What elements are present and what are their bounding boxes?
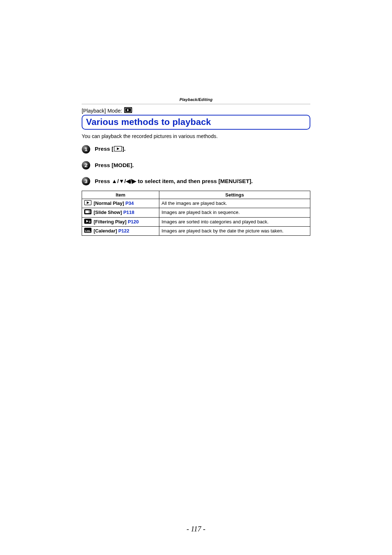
table-header-row: Item Settings — [82, 191, 310, 199]
manual-page: Playback/Editing [Playback] Mode: Variou… — [0, 0, 392, 555]
slide-show-icon — [84, 209, 91, 216]
step-number-1-icon: 1 — [82, 145, 90, 154]
settings-cell: Images are played back by the date the p… — [159, 226, 310, 235]
calendar-icon: CAL — [84, 228, 91, 234]
svg-rect-14 — [85, 210, 89, 213]
item-label: [Calendar] — [94, 228, 117, 234]
step-3-text: Press ▲/▼/◀/▶ to select item, and then p… — [95, 178, 253, 185]
page-title-box: Various methods to playback — [82, 115, 310, 130]
divider — [82, 104, 310, 104]
intro-text: You can playback the recorded pictures i… — [82, 133, 310, 139]
filtering-play-icon — [84, 219, 91, 225]
page-ref-link[interactable]: P122 — [118, 228, 129, 234]
page-title: Various methods to playback — [86, 117, 306, 127]
header-item: Item — [82, 191, 159, 199]
item-label: [Normal Play] — [94, 200, 124, 206]
options-table: Item Settings [Normal Play] — [82, 191, 310, 236]
item-label: [Slide Show] — [94, 210, 122, 215]
step-2-text: Press [MODE]. — [95, 162, 134, 169]
svg-rect-18 — [89, 221, 91, 222]
page-ref-link[interactable]: P118 — [123, 210, 134, 215]
settings-cell: Images are sorted into categories and pl… — [159, 217, 310, 226]
svg-rect-15 — [90, 210, 90, 213]
section-header: Playback/Editing — [82, 97, 310, 102]
svg-text:3: 3 — [85, 178, 87, 184]
step-2: 2 Press [MODE]. — [82, 161, 310, 170]
table-row: [Normal Play] P34 All the images are pla… — [82, 199, 310, 208]
step-1-prefix: Press [ — [95, 146, 114, 152]
svg-text:2: 2 — [85, 162, 87, 168]
mode-line-text: [Playback] Mode: — [82, 108, 122, 114]
normal-play-icon — [84, 200, 91, 207]
step-1-text: Press [ ]. — [95, 146, 126, 153]
step-number-2-icon: 2 — [82, 161, 90, 170]
page-ref-link[interactable]: P120 — [128, 219, 139, 224]
svg-text:CAL: CAL — [85, 229, 91, 232]
steps-list: 1 Press [ ]. — [82, 145, 310, 186]
step-number-3-icon: 3 — [82, 177, 90, 186]
settings-cell: Images are played back in sequence. — [159, 208, 310, 217]
item-label: [Filtering Play] — [94, 219, 126, 224]
table-row: [Slide Show] P118 Images are played back… — [82, 208, 310, 217]
settings-cell: All the images are played back. — [159, 199, 310, 208]
header-settings: Settings — [159, 191, 310, 199]
step-1-suffix: ]. — [122, 146, 126, 152]
table-row: [Filtering Play] P120 Images are sorted … — [82, 217, 310, 226]
page-ref-link[interactable]: P34 — [125, 200, 134, 206]
svg-rect-19 — [89, 222, 91, 223]
step-3: 3 Press ▲/▼/◀/▶ to select item, and then… — [82, 177, 310, 186]
step-1: 1 Press [ ]. — [82, 145, 310, 154]
playback-mode-line: [Playback] Mode: — [82, 107, 310, 114]
playback-mode-icon — [124, 107, 132, 114]
playback-button-icon — [114, 146, 122, 153]
page-number: - 117 - — [0, 525, 392, 533]
svg-text:1: 1 — [85, 146, 87, 152]
table-row: CAL [Calendar] P122 Images are played ba… — [82, 226, 310, 235]
